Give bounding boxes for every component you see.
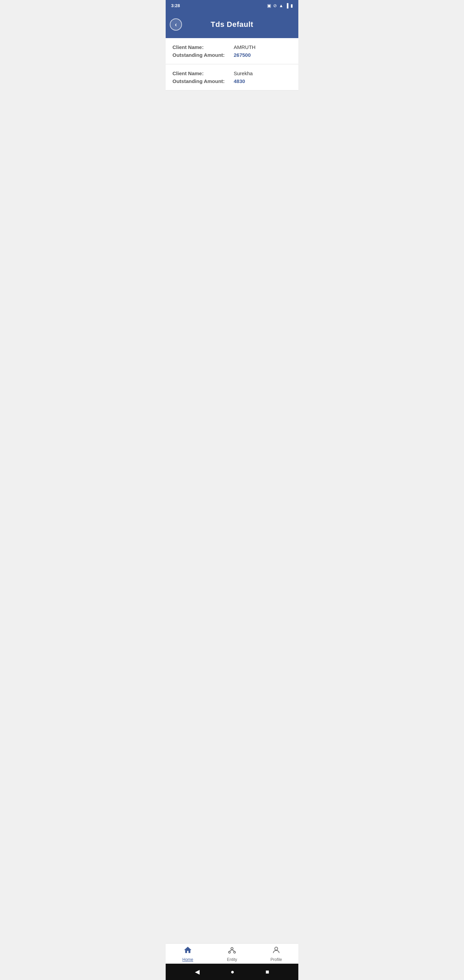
wifi-icon: ▲ <box>279 3 283 8</box>
home-icon <box>183 946 192 956</box>
outstanding-amount-value-2: 4830 <box>234 78 245 84</box>
circle-slash-icon: ⊘ <box>273 3 277 8</box>
svg-point-0 <box>231 947 234 950</box>
svg-point-5 <box>275 947 278 950</box>
client-name-row-1: Client Name: AMRUTH <box>172 44 292 50</box>
svg-line-4 <box>232 950 235 951</box>
client-card-1: Client Name: AMRUTH Outstanding Amount: … <box>166 38 298 64</box>
svg-point-1 <box>229 951 230 953</box>
outstanding-amount-value-1: 267500 <box>234 52 251 58</box>
outstanding-amount-label-1: Outstanding Amount: <box>172 52 234 58</box>
system-nav: ◀ ● ■ <box>166 964 298 980</box>
bottom-nav: Home Entity Profile <box>166 943 298 964</box>
status-bar: 3:28 ▣ ⊘ ▲ ▐ ▮ <box>166 0 298 11</box>
page-title: Tds Default <box>211 20 253 29</box>
signal-icon: ▐ <box>285 3 288 8</box>
client-card-2: Client Name: Surekha Outstanding Amount:… <box>166 64 298 91</box>
profile-icon <box>272 946 281 956</box>
entity-icon <box>227 946 237 956</box>
client-name-label-1: Client Name: <box>172 44 234 50</box>
nav-label-profile: Profile <box>270 957 282 962</box>
system-home-button[interactable]: ● <box>230 969 234 975</box>
content-area: Client Name: AMRUTH Outstanding Amount: … <box>166 38 298 943</box>
nav-label-home: Home <box>182 957 193 962</box>
status-time: 3:28 <box>171 3 180 8</box>
client-name-label-2: Client Name: <box>172 70 234 76</box>
status-icons: ▣ ⊘ ▲ ▐ ▮ <box>267 3 293 8</box>
outstanding-amount-row-2: Outstanding Amount: 4830 <box>172 78 292 84</box>
battery-icon: ▮ <box>291 3 293 8</box>
svg-point-2 <box>234 951 235 953</box>
nav-label-entity: Entity <box>227 957 237 962</box>
back-arrow-icon: ‹ <box>175 21 177 27</box>
system-back-button[interactable]: ◀ <box>195 968 200 975</box>
svg-line-3 <box>229 950 232 951</box>
back-button[interactable]: ‹ <box>170 18 182 30</box>
system-recent-button[interactable]: ■ <box>265 969 269 975</box>
client-name-value-2: Surekha <box>234 70 253 76</box>
outstanding-amount-label-2: Outstanding Amount: <box>172 78 234 84</box>
client-name-row-2: Client Name: Surekha <box>172 70 292 76</box>
outstanding-amount-row-1: Outstanding Amount: 267500 <box>172 52 292 58</box>
header: ‹ Tds Default <box>166 11 298 38</box>
client-name-value-1: AMRUTH <box>234 44 256 50</box>
nav-item-home[interactable]: Home <box>166 943 210 964</box>
nav-item-profile[interactable]: Profile <box>254 943 298 964</box>
sd-card-icon: ▣ <box>267 3 271 8</box>
nav-item-entity[interactable]: Entity <box>210 943 254 964</box>
